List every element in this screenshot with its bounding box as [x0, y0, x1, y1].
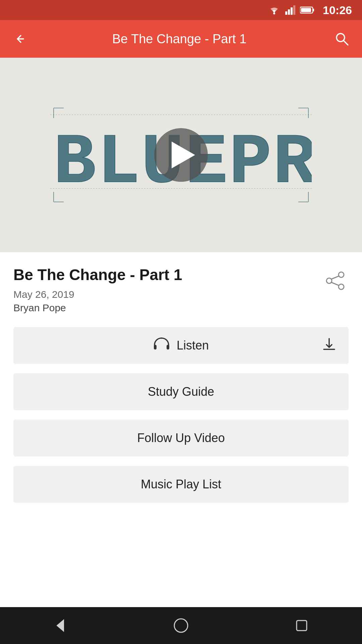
blueprint-container: BLUEPRINT BLUEPRINT	[0, 58, 362, 252]
share-button[interactable]	[322, 267, 349, 295]
listen-label: Listen	[177, 338, 209, 353]
content-date: May 26, 2019	[13, 289, 322, 300]
home-nav-button[interactable]	[164, 615, 198, 636]
svg-point-18	[339, 284, 344, 289]
back-button[interactable]	[10, 29, 30, 49]
bottom-nav	[0, 607, 362, 644]
share-icon	[325, 271, 345, 291]
svg-rect-23	[167, 345, 169, 350]
wifi-icon	[268, 5, 281, 15]
svg-point-17	[339, 272, 344, 277]
music-playlist-label: Music Play List	[141, 477, 221, 491]
recent-nav-button[interactable]	[285, 615, 318, 636]
status-bar: 10:26	[0, 0, 362, 20]
action-buttons: Listen Study Guide Follow Up Video Music…	[0, 317, 362, 503]
content-title-block: Be The Change - Part 1 May 26, 2019 Brya…	[13, 266, 322, 314]
svg-line-9	[344, 41, 348, 45]
follow-up-video-button[interactable]: Follow Up Video	[13, 420, 349, 457]
svg-rect-3	[291, 7, 293, 15]
search-button[interactable]	[332, 29, 352, 49]
study-guide-label: Study Guide	[148, 385, 214, 399]
app-bar: Be The Change - Part 1	[0, 20, 362, 58]
svg-rect-4	[293, 5, 295, 15]
svg-rect-7	[301, 8, 311, 12]
page-title: Be The Change - Part 1	[37, 32, 325, 46]
music-playlist-button[interactable]: Music Play List	[13, 466, 349, 503]
svg-line-20	[331, 276, 339, 279]
back-nav-button[interactable]	[44, 615, 77, 636]
listen-button[interactable]: Listen	[13, 327, 349, 364]
back-nav-icon	[52, 617, 69, 634]
svg-point-0	[273, 12, 275, 14]
svg-rect-2	[288, 9, 290, 15]
status-time: 10:26	[323, 4, 352, 17]
content-area: Be The Change - Part 1 May 26, 2019 Brya…	[0, 252, 362, 314]
svg-line-21	[331, 282, 339, 285]
svg-rect-6	[313, 9, 314, 11]
play-triangle-icon	[172, 142, 195, 168]
headphone-icon	[153, 337, 170, 355]
svg-rect-1	[285, 11, 287, 15]
content-header: Be The Change - Part 1 May 26, 2019 Brya…	[13, 266, 349, 314]
recent-nav-icon	[293, 617, 310, 634]
svg-point-19	[326, 278, 332, 283]
home-nav-icon	[173, 617, 189, 634]
status-icons: 10:26	[268, 4, 352, 17]
play-button[interactable]	[154, 128, 208, 182]
follow-up-video-label: Follow Up Video	[137, 431, 225, 445]
content-title: Be The Change - Part 1	[13, 266, 322, 284]
svg-point-26	[174, 619, 188, 632]
signal-icon	[285, 5, 295, 15]
download-icon	[322, 337, 337, 355]
svg-rect-22	[154, 345, 157, 350]
hero-image: BLUEPRINT BLUEPRINT	[0, 58, 362, 252]
svg-marker-25	[57, 620, 64, 631]
battery-icon	[300, 6, 315, 14]
svg-rect-27	[297, 621, 307, 631]
study-guide-button[interactable]: Study Guide	[13, 373, 349, 410]
content-author: Bryan Pope	[13, 302, 322, 314]
